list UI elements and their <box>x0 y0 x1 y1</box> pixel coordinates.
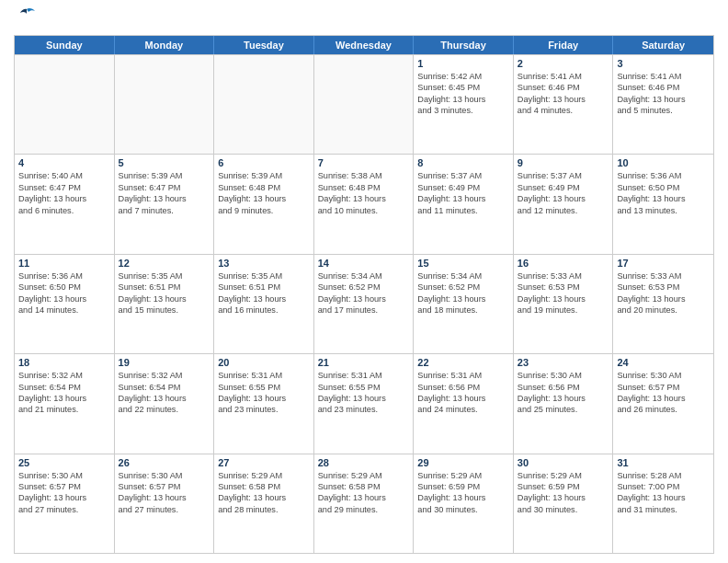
day-number: 13 <box>218 258 310 269</box>
calendar-cell: 24Sunrise: 5:30 AMSunset: 6:57 PMDayligh… <box>613 354 713 453</box>
header <box>14 9 714 29</box>
cell-info-line: and 7 minutes. <box>119 205 210 216</box>
cell-info-line: Daylight: 13 hours <box>18 492 110 503</box>
cell-info-line: Sunrise: 5:31 AM <box>417 370 509 381</box>
cell-info-line: Sunset: 6:51 PM <box>119 282 210 293</box>
calendar-cell: 12Sunrise: 5:35 AMSunset: 6:51 PMDayligh… <box>115 255 215 353</box>
calendar-cell: 14Sunrise: 5:34 AMSunset: 6:52 PMDayligh… <box>314 255 415 353</box>
cell-info-line: Sunrise: 5:32 AM <box>18 370 110 381</box>
calendar-cell: 19Sunrise: 5:32 AMSunset: 6:54 PMDayligh… <box>115 354 215 453</box>
calendar-cell: 7Sunrise: 5:38 AMSunset: 6:48 PMDaylight… <box>314 155 415 253</box>
cell-info-line: Daylight: 13 hours <box>617 293 710 304</box>
cell-info-line: and 26 minutes. <box>617 404 710 415</box>
cell-info-line: Sunrise: 5:40 AM <box>18 170 110 181</box>
day-number: 28 <box>318 457 410 468</box>
day-number: 1 <box>417 58 509 69</box>
cell-info-line: Daylight: 13 hours <box>417 492 509 503</box>
cell-info-line: Daylight: 13 hours <box>617 94 710 105</box>
cell-info-line: Daylight: 13 hours <box>417 393 509 404</box>
cell-info-line: Sunset: 6:47 PM <box>119 182 210 193</box>
cell-info-line: Daylight: 13 hours <box>18 193 110 204</box>
calendar-cell: 27Sunrise: 5:29 AMSunset: 6:58 PMDayligh… <box>214 454 314 553</box>
cell-info-line: and 19 minutes. <box>518 304 609 316</box>
calendar-cell: 11Sunrise: 5:36 AMSunset: 6:50 PMDayligh… <box>15 255 115 353</box>
calendar-cell: 5Sunrise: 5:39 AMSunset: 6:47 PMDaylight… <box>115 155 215 253</box>
cell-info-line: and 21 minutes. <box>18 404 110 415</box>
day-number: 12 <box>119 258 210 269</box>
calendar-cell: 6Sunrise: 5:39 AMSunset: 6:48 PMDaylight… <box>214 155 314 253</box>
cell-info-line: Sunrise: 5:36 AM <box>617 170 710 181</box>
day-number: 19 <box>119 357 210 368</box>
calendar-row-1: 1Sunrise: 5:42 AMSunset: 6:45 PMDaylight… <box>15 54 713 154</box>
cell-info-line: and 27 minutes. <box>18 504 110 515</box>
day-number: 3 <box>617 58 710 69</box>
day-number: 7 <box>318 157 410 168</box>
cell-info-line: Daylight: 13 hours <box>417 293 509 304</box>
cell-info-line: Sunrise: 5:35 AM <box>218 270 310 282</box>
calendar-cell <box>314 55 415 154</box>
cell-info-line: Sunrise: 5:36 AM <box>18 270 110 282</box>
cell-info-line: and 18 minutes. <box>417 304 509 316</box>
cell-info-line: Sunrise: 5:35 AM <box>119 270 210 282</box>
cell-info-line: Sunrise: 5:31 AM <box>218 370 310 381</box>
cell-info-line: Sunset: 6:53 PM <box>617 282 710 293</box>
calendar-row-2: 4Sunrise: 5:40 AMSunset: 6:47 PMDaylight… <box>15 154 713 253</box>
cell-info-line: Sunrise: 5:42 AM <box>417 71 509 82</box>
header-day-thursday: Thursday <box>414 36 514 54</box>
calendar-cell: 2Sunrise: 5:41 AMSunset: 6:46 PMDaylight… <box>514 55 614 154</box>
day-number: 21 <box>318 357 410 368</box>
calendar-cell: 3Sunrise: 5:41 AMSunset: 6:46 PMDaylight… <box>613 55 713 154</box>
calendar-cell <box>15 55 115 154</box>
cell-info-line: Sunrise: 5:33 AM <box>518 270 609 282</box>
cell-info-line: and 12 minutes. <box>518 205 609 216</box>
cell-info-line: Daylight: 13 hours <box>318 492 410 503</box>
cell-info-line: Daylight: 13 hours <box>417 193 509 204</box>
cell-info-line: Daylight: 13 hours <box>119 492 210 503</box>
day-number: 22 <box>417 357 509 368</box>
day-number: 17 <box>617 258 710 269</box>
header-day-sunday: Sunday <box>15 36 115 54</box>
cell-info-line: and 23 minutes. <box>218 404 310 415</box>
cell-info-line: Sunset: 6:54 PM <box>119 382 210 393</box>
calendar-cell: 18Sunrise: 5:32 AMSunset: 6:54 PMDayligh… <box>15 354 115 453</box>
cell-info-line: Sunset: 6:58 PM <box>318 481 410 492</box>
day-number: 4 <box>18 157 110 168</box>
cell-info-line: Sunset: 6:59 PM <box>417 481 509 492</box>
cell-info-line: Daylight: 13 hours <box>119 293 210 304</box>
cell-info-line: Sunset: 6:50 PM <box>617 182 710 193</box>
cell-info-line: Daylight: 13 hours <box>18 393 110 404</box>
cell-info-line: and 25 minutes. <box>518 404 609 415</box>
calendar-cell: 22Sunrise: 5:31 AMSunset: 6:56 PMDayligh… <box>414 354 514 453</box>
day-number: 9 <box>518 157 609 168</box>
day-number: 11 <box>18 258 110 269</box>
logo-bird-icon <box>17 6 37 29</box>
cell-info-line: Sunrise: 5:30 AM <box>518 370 609 381</box>
calendar-cell: 17Sunrise: 5:33 AMSunset: 6:53 PMDayligh… <box>613 255 713 353</box>
cell-info-line: Sunset: 6:55 PM <box>318 382 410 393</box>
cell-info-line: Daylight: 13 hours <box>518 492 609 503</box>
cell-info-line: Daylight: 13 hours <box>318 193 410 204</box>
cell-info-line: Sunrise: 5:34 AM <box>318 270 410 282</box>
cell-info-line: Sunset: 6:49 PM <box>518 182 609 193</box>
cell-info-line: Daylight: 13 hours <box>518 193 609 204</box>
header-day-monday: Monday <box>115 36 215 54</box>
cell-info-line: and 3 minutes. <box>417 105 509 116</box>
day-number: 16 <box>518 258 609 269</box>
cell-info-line: Sunset: 6:48 PM <box>318 182 410 193</box>
calendar-cell <box>115 55 215 154</box>
header-day-wednesday: Wednesday <box>314 36 415 54</box>
cell-info-line: Sunset: 6:48 PM <box>218 182 310 193</box>
cell-info-line: Daylight: 13 hours <box>218 193 310 204</box>
day-number: 20 <box>218 357 310 368</box>
cell-info-line: Daylight: 13 hours <box>518 293 609 304</box>
calendar-cell: 31Sunrise: 5:28 AMSunset: 7:00 PMDayligh… <box>613 454 713 553</box>
cell-info-line: Sunrise: 5:38 AM <box>318 170 410 181</box>
cell-info-line: and 22 minutes. <box>119 404 210 415</box>
calendar-cell: 16Sunrise: 5:33 AMSunset: 6:53 PMDayligh… <box>514 255 614 353</box>
day-number: 29 <box>417 457 509 468</box>
cell-info-line: Daylight: 13 hours <box>218 393 310 404</box>
cell-info-line: and 31 minutes. <box>617 504 710 515</box>
cell-info-line: Sunset: 6:57 PM <box>119 481 210 492</box>
cell-info-line: and 6 minutes. <box>18 205 110 216</box>
calendar-cell: 10Sunrise: 5:36 AMSunset: 6:50 PMDayligh… <box>613 155 713 253</box>
